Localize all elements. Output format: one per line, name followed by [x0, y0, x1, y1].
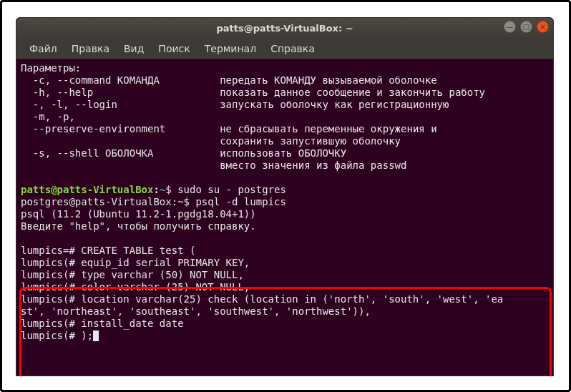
menubar: Файл Правка Вид Поиск Терминал Справка — [16, 38, 553, 59]
terminal-window: patts@patts-VirtualBox: ~ — □ × Файл Пра… — [16, 17, 554, 376]
window-controls: — □ × — [504, 21, 549, 33]
menu-view[interactable]: Вид — [117, 40, 151, 57]
menu-search[interactable]: Поиск — [151, 40, 197, 57]
params-header: Параметры: — [21, 62, 81, 74]
cursor-icon — [93, 330, 99, 341]
minimize-button[interactable]: — — [504, 21, 516, 33]
opt-s2: вместо значения из файла passwd — [21, 160, 406, 171]
opt-pe2: сохранить запустившую оболочку — [21, 135, 401, 147]
menu-file[interactable]: Файл — [22, 40, 64, 57]
menu-edit[interactable]: Правка — [64, 40, 117, 57]
opt-c: -c, --command КОМАНДА передать КОМАНДУ в… — [21, 74, 437, 86]
opt-mp: -m, -p, — [21, 111, 75, 122]
sql-line-7: lumpics(# install_date date — [21, 318, 184, 329]
maximize-button[interactable]: □ — [520, 21, 532, 33]
window-title: patts@patts-VirtualBox: ~ — [216, 23, 353, 34]
opt-h: -h, --help показать данное сообщение и з… — [21, 87, 485, 98]
sql-line-5: lumpics(# location varchar(25) check (lo… — [21, 293, 503, 305]
sql-line-6: st', 'northeast', 'southeast', 'southwes… — [21, 305, 371, 317]
sql-line-1: lumpics=# CREATE TABLE test ( — [21, 245, 195, 256]
terminal-content[interactable]: Параметры: -c, --command КОМАНДА передат… — [16, 59, 553, 342]
prompt-line-1: patts@patts-VirtualBox:~$ sudo su - post… — [21, 184, 286, 195]
sql-line-4: lumpics(# color varchar (25) NOT NULL, — [21, 281, 250, 293]
psql-version-line: psql (11.2 (Ubuntu 11.2-1.pgdg18.04+1)) — [21, 208, 256, 220]
titlebar[interactable]: patts@patts-VirtualBox: ~ — □ × — [16, 18, 553, 38]
psql-help-line: Введите "help", чтобы получить справку. — [21, 220, 256, 232]
menu-terminal[interactable]: Терминал — [197, 40, 263, 57]
opt-pe: --preserve-environment не сбрасывать пер… — [21, 123, 437, 134]
postgres-prompt-line: postgres@patts-VirtualBox:~$ psql -d lum… — [21, 196, 286, 207]
sql-line-2: lumpics(# equip_id serial PRIMARY KEY, — [21, 257, 250, 268]
sql-line-8: lumpics(# ); — [21, 330, 99, 341]
close-button[interactable]: × — [537, 21, 549, 33]
opt-s: -s, --shell ОБОЛОЧКА использовать ОБОЛОЧ… — [21, 147, 346, 159]
opt-l: -, -l, --login запускать оболочку как ре… — [21, 99, 449, 110]
menu-help[interactable]: Справка — [263, 40, 322, 57]
sql-line-3: lumpics(# type varchar (50) NOT NULL, — [21, 269, 244, 280]
